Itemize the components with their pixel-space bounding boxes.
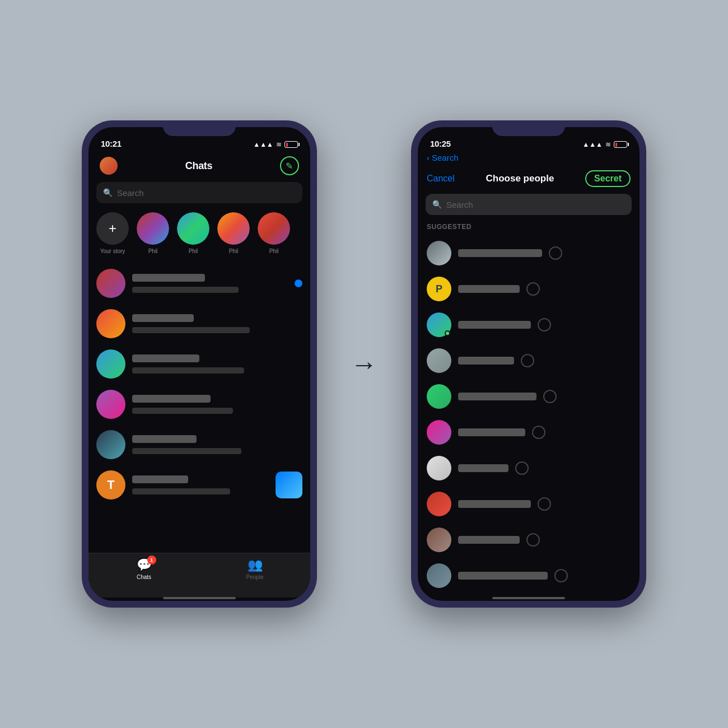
person-avatar-9 bbox=[427, 528, 451, 552]
person-avatar-6 bbox=[427, 420, 451, 445]
chat-preview-3 bbox=[132, 367, 244, 374]
people-list: P bbox=[418, 235, 640, 598]
story-1-label: Phil bbox=[148, 248, 158, 254]
chat-item-4[interactable] bbox=[88, 384, 310, 424]
chat-item-6[interactable]: T bbox=[88, 465, 310, 505]
phone-2: 10:25 ▲▲▲ ≋ ‹ Search bbox=[411, 120, 646, 608]
person-item-2[interactable]: P bbox=[418, 271, 640, 307]
person-name-4 bbox=[458, 357, 514, 365]
chat-item-3[interactable] bbox=[88, 344, 310, 384]
people-tab-label: People bbox=[246, 574, 263, 580]
person-item-7[interactable] bbox=[418, 450, 640, 486]
person-item-4[interactable] bbox=[418, 343, 640, 379]
person-item-9[interactable] bbox=[418, 522, 640, 558]
search-placeholder-2: Search bbox=[446, 200, 473, 209]
person-item-1[interactable] bbox=[418, 235, 640, 271]
select-3[interactable] bbox=[538, 318, 551, 332]
select-6[interactable] bbox=[532, 426, 545, 439]
chats-header: Chats ✎ bbox=[88, 152, 310, 182]
chat-name-6 bbox=[132, 475, 188, 483]
chat-info-4 bbox=[132, 395, 302, 414]
chat-thumbnail-6 bbox=[276, 472, 302, 498]
chat-info-5 bbox=[132, 435, 302, 454]
phone-2-screen: 10:25 ▲▲▲ ≋ ‹ Search bbox=[418, 127, 640, 601]
chat-avatar-3 bbox=[96, 349, 125, 379]
chat-preview-4 bbox=[132, 408, 233, 414]
tab-chats[interactable]: 💬 1 Chats bbox=[88, 558, 199, 580]
select-4[interactable] bbox=[521, 354, 534, 367]
person-item-6[interactable] bbox=[418, 414, 640, 450]
add-story-btn[interactable]: + bbox=[96, 212, 129, 245]
search-bar-2[interactable]: 🔍 Search bbox=[426, 194, 632, 215]
home-bar-2 bbox=[492, 597, 565, 599]
notch-2 bbox=[492, 120, 565, 136]
select-1[interactable] bbox=[549, 246, 562, 260]
search-bar-1[interactable]: 🔍 Search bbox=[96, 182, 302, 203]
story-3[interactable]: Phil bbox=[217, 212, 250, 254]
chat-item-1[interactable] bbox=[88, 263, 310, 304]
chat-avatar-4 bbox=[96, 390, 125, 419]
choose-people-title: Choose people bbox=[486, 173, 554, 184]
person-avatar-7 bbox=[427, 456, 451, 480]
person-name-7 bbox=[458, 464, 508, 472]
person-item-5[interactable] bbox=[418, 379, 640, 414]
person-avatar-3 bbox=[427, 312, 451, 337]
back-button[interactable]: ‹ Search bbox=[427, 153, 631, 162]
user-avatar-small[interactable] bbox=[100, 157, 118, 175]
search-icon-2: 🔍 bbox=[432, 200, 442, 209]
story-1[interactable]: Phil bbox=[137, 212, 169, 254]
chat-info-6 bbox=[132, 475, 269, 494]
select-8[interactable] bbox=[538, 497, 551, 511]
stories-row: + Your story Phil Phil Phil bbox=[88, 210, 310, 263]
person-item-3[interactable] bbox=[418, 307, 640, 343]
compose-button[interactable]: ✎ bbox=[280, 156, 299, 175]
home-bar-1 bbox=[163, 597, 236, 599]
chat-info-3 bbox=[132, 354, 302, 374]
person-name-6 bbox=[458, 428, 525, 436]
story-2[interactable]: Phil bbox=[177, 212, 209, 254]
story-4[interactable]: Phil bbox=[258, 212, 290, 254]
select-2[interactable] bbox=[526, 282, 540, 296]
chat-avatar-6: T bbox=[96, 470, 125, 500]
chat-item-2[interactable] bbox=[88, 304, 310, 344]
tab-people[interactable]: 👥 People bbox=[199, 558, 310, 580]
phone-1: 10:21 ▲▲▲ ≋ Chats ✎ bbox=[82, 120, 317, 608]
signal-icon-2: ▲▲▲ bbox=[582, 141, 603, 148]
person-name-9 bbox=[458, 536, 520, 544]
select-5[interactable] bbox=[543, 390, 557, 403]
arrow-indicator: → bbox=[351, 349, 377, 380]
notch-1 bbox=[163, 120, 236, 136]
chat-avatar-2 bbox=[96, 309, 125, 338]
battery-icon bbox=[284, 141, 298, 148]
chat-avatar-5 bbox=[96, 430, 125, 459]
screen-content-2: ‹ Search Cancel Choose people Secret 🔍 S… bbox=[418, 152, 640, 601]
story-2-label: Phil bbox=[189, 248, 198, 254]
person-name-10 bbox=[458, 572, 548, 580]
choose-header: Cancel Choose people Secret bbox=[418, 165, 640, 194]
select-10[interactable] bbox=[554, 569, 568, 582]
person-avatar-10 bbox=[427, 563, 451, 588]
person-item-10[interactable] bbox=[418, 558, 640, 594]
chats-tab-icon: 💬 1 bbox=[137, 558, 152, 572]
select-9[interactable] bbox=[526, 533, 540, 547]
person-name-1 bbox=[458, 249, 542, 257]
chevron-left-icon: ‹ bbox=[427, 153, 430, 162]
person-avatar-5 bbox=[427, 384, 451, 409]
back-label: Search bbox=[432, 153, 459, 162]
chat-name-1 bbox=[132, 274, 205, 282]
cancel-button[interactable]: Cancel bbox=[427, 174, 455, 184]
signal-icon: ▲▲▲ bbox=[253, 141, 273, 148]
main-container: 10:21 ▲▲▲ ≋ Chats ✎ bbox=[0, 0, 728, 728]
secret-button[interactable]: Secret bbox=[585, 170, 631, 187]
person-avatar-2: P bbox=[427, 277, 451, 301]
chat-item-5[interactable] bbox=[88, 424, 310, 465]
person-name-3 bbox=[458, 321, 531, 329]
story-add[interactable]: + Your story bbox=[96, 212, 129, 254]
chat-name-5 bbox=[132, 435, 197, 443]
person-item-8[interactable] bbox=[418, 486, 640, 522]
chats-tab-label: Chats bbox=[137, 574, 151, 580]
chat-preview-6 bbox=[132, 488, 230, 494]
chat-info-1 bbox=[132, 274, 288, 293]
select-7[interactable] bbox=[515, 461, 529, 475]
person-name-8 bbox=[458, 500, 531, 508]
